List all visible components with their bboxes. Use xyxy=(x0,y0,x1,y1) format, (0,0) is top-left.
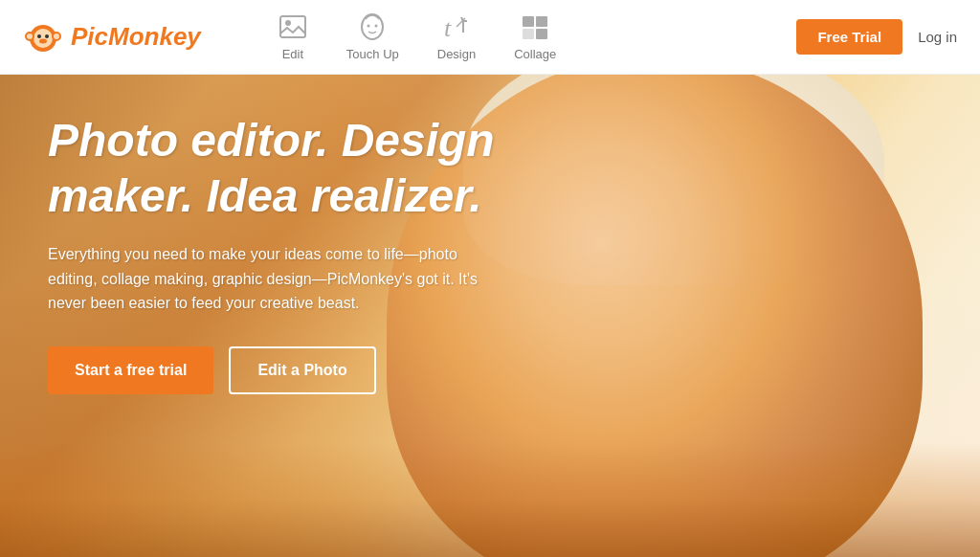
nav-item-design[interactable]: t Design xyxy=(437,12,476,61)
nav-touch-up-label: Touch Up xyxy=(346,47,399,61)
svg-rect-9 xyxy=(280,16,305,37)
hero-section: Photo editor. Design maker. Idea realize… xyxy=(0,75,980,557)
hero-buttons: Start a free trial Edit a Photo xyxy=(48,346,584,394)
svg-point-4 xyxy=(39,38,47,43)
login-button[interactable]: Log in xyxy=(918,29,957,45)
nav-design-label: Design xyxy=(437,47,476,61)
start-free-trial-button[interactable]: Start a free trial xyxy=(48,346,213,394)
free-trial-button[interactable]: Free Trial xyxy=(796,19,902,55)
svg-point-6 xyxy=(27,33,33,39)
logo-icon xyxy=(23,17,63,57)
hero-leaves-decoration xyxy=(0,442,980,557)
nav-collage-label: Collage xyxy=(514,47,556,61)
svg-point-1 xyxy=(33,29,53,48)
logo-text: PicMonkey xyxy=(71,22,201,52)
hero-content: Photo editor. Design maker. Idea realize… xyxy=(48,113,584,394)
svg-text:t: t xyxy=(444,14,452,42)
svg-rect-15 xyxy=(523,16,534,27)
nav-item-touch-up[interactable]: Touch Up xyxy=(346,12,399,61)
hero-headline: Photo editor. Design maker. Idea realize… xyxy=(48,113,584,223)
design-icon: t xyxy=(441,12,472,43)
svg-point-3 xyxy=(45,34,49,38)
svg-rect-17 xyxy=(523,29,534,39)
image-icon xyxy=(278,12,308,43)
collage-icon xyxy=(520,12,550,43)
edit-photo-button[interactable]: Edit a Photo xyxy=(229,346,375,394)
svg-point-12 xyxy=(368,25,370,28)
face-icon xyxy=(357,12,388,43)
nav-links: Edit Touch Up t xyxy=(278,12,797,61)
svg-point-2 xyxy=(37,34,41,38)
logo[interactable]: PicMonkey xyxy=(23,17,201,57)
nav-actions: Free Trial Log in xyxy=(796,19,957,55)
svg-point-10 xyxy=(285,20,291,26)
svg-point-13 xyxy=(375,25,378,28)
svg-rect-16 xyxy=(536,16,547,27)
navbar: PicMonkey Edit xyxy=(0,0,980,75)
nav-item-collage[interactable]: Collage xyxy=(514,12,556,61)
hero-subtext: Everything you need to make your ideas c… xyxy=(48,242,507,316)
nav-item-edit[interactable]: Edit xyxy=(278,12,308,61)
svg-rect-18 xyxy=(536,29,547,39)
svg-point-11 xyxy=(362,14,383,39)
nav-edit-label: Edit xyxy=(282,47,303,61)
svg-point-8 xyxy=(54,33,59,39)
